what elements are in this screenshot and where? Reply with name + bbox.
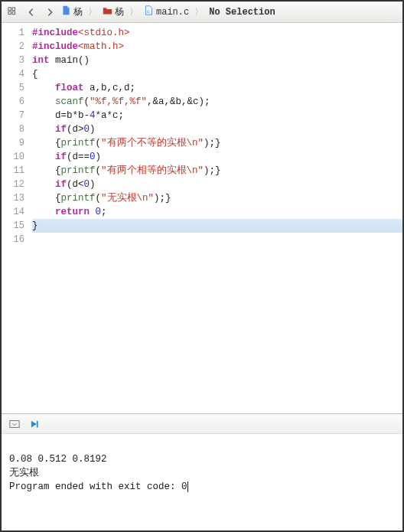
svg-rect-1	[12, 7, 15, 10]
code-line[interactable]	[32, 233, 402, 246]
svg-rect-0	[8, 7, 11, 10]
folder-icon	[103, 5, 112, 18]
code-line[interactable]: if(d==0)	[32, 150, 402, 164]
code-editor[interactable]: 12345678910111213141516 #include<stdio.h…	[2, 23, 402, 413]
svg-rect-2	[8, 11, 11, 15]
code-line[interactable]: }	[32, 219, 402, 233]
line-number: 15	[2, 219, 24, 233]
svg-rect-3	[12, 11, 15, 15]
breadcrumb-label: main.c	[156, 7, 189, 18]
console-line: Program ended with exit code: 0	[9, 481, 188, 492]
code-line[interactable]: {	[32, 67, 402, 81]
chevron-right-icon: 〉	[88, 5, 97, 18]
chevron-right-icon: 〉	[129, 5, 138, 18]
console-toolbar	[2, 414, 402, 434]
line-number: 10	[2, 150, 24, 164]
code-line[interactable]: int main()	[32, 54, 402, 67]
breadcrumb-item-1[interactable]: 杨	[61, 5, 83, 18]
line-number: 11	[2, 164, 24, 178]
breadcrumb-item-3[interactable]: c main.c	[144, 5, 189, 18]
line-number: 6	[2, 95, 24, 109]
code-line[interactable]: {printf("有两个不等的实根\n");}	[32, 136, 402, 150]
code-line[interactable]: if(d>0)	[32, 122, 402, 136]
code-line[interactable]: #include<math.h>	[32, 40, 402, 54]
related-items-icon[interactable]	[6, 5, 20, 19]
console-line: 无实根	[9, 468, 39, 478]
svg-rect-5	[10, 420, 19, 427]
code-line[interactable]: scanf("%f,%f,%f",&a,&b,&c);	[32, 95, 402, 109]
line-number: 2	[2, 40, 24, 54]
code-line[interactable]: d=b*b-4*a*c;	[32, 109, 402, 122]
line-number: 8	[2, 122, 24, 136]
breadcrumb-label: 杨	[115, 5, 124, 18]
code-line[interactable]: #include<stdio.h>	[32, 26, 402, 40]
line-number: 1	[2, 26, 24, 40]
svg-text:c: c	[147, 9, 149, 15]
line-number: 5	[2, 81, 24, 95]
chevron-right-icon: 〉	[194, 5, 204, 18]
line-number: 12	[2, 178, 24, 191]
line-number: 9	[2, 136, 24, 150]
line-number-gutter: 12345678910111213141516	[2, 23, 31, 413]
code-line[interactable]: return 0;	[32, 205, 402, 219]
breadcrumb-item-2[interactable]: 杨	[103, 5, 124, 18]
debug-continue-icon[interactable]	[29, 417, 43, 431]
code-line[interactable]: float a,b,c,d;	[32, 81, 402, 95]
code-line[interactable]: {printf("有两个相等的实根\n");}	[32, 164, 402, 178]
line-number: 4	[2, 67, 24, 81]
line-number: 14	[2, 205, 24, 219]
console-panel: 0.08 0.512 0.8192 无实根 Program ended with…	[2, 413, 402, 530]
line-number: 7	[2, 109, 24, 122]
line-number: 13	[2, 191, 24, 205]
nav-back-button[interactable]	[24, 5, 38, 19]
code-line[interactable]: {printf("无实根\n");}	[32, 191, 402, 205]
no-selection-label: No Selection	[209, 7, 275, 18]
line-number: 3	[2, 54, 24, 67]
code-line[interactable]: if(d<0)	[32, 178, 402, 191]
line-number: 16	[2, 233, 24, 246]
console-line: 0.08 0.512 0.8192	[9, 454, 107, 465]
console-toggle-icon[interactable]	[8, 417, 21, 431]
c-file-icon: c	[144, 5, 154, 18]
editor-toolbar: 杨 〉 杨 〉 c main.c 〉 No Selection	[2, 2, 402, 23]
doc-icon	[61, 5, 71, 18]
console-output[interactable]: 0.08 0.512 0.8192 无实根 Program ended with…	[2, 434, 402, 530]
nav-forward-button[interactable]	[43, 5, 57, 19]
code-area[interactable]: #include<stdio.h>#include<math.h>int mai…	[31, 23, 402, 413]
breadcrumb-label: 杨	[73, 5, 83, 18]
